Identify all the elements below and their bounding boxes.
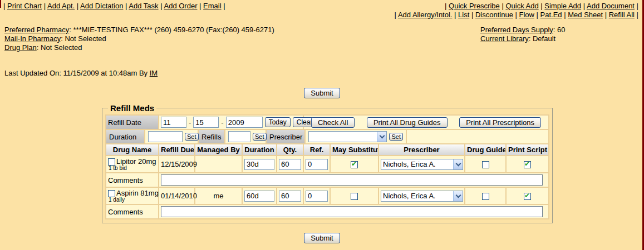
preferred-pharmacy-value: ***MIE-TESTING FAX*** (260) 459-6270 (Fa… [71, 26, 274, 34]
nav-list[interactable]: List [458, 11, 469, 19]
duration-cell [242, 187, 277, 204]
nav-pat-ed[interactable]: Pat.Ed [540, 11, 562, 19]
nav-add-allergy[interactable]: Add Allergy/Intol. [398, 11, 453, 19]
nav-discontinue[interactable]: Discontinue [475, 11, 513, 19]
drug-guide-cell [465, 187, 506, 204]
prescriber-value: Nichols, Erica A. [381, 192, 453, 200]
refill-year-input[interactable] [226, 117, 263, 128]
bulk-duration-set-button[interactable]: Set [185, 133, 199, 141]
comments-input-cell [159, 204, 549, 219]
bulk-duration-label: Duration [106, 130, 145, 143]
drug-plan-link[interactable]: Drug Plan [4, 43, 37, 52]
nav-add-dictation[interactable]: Add Dictation [80, 2, 123, 10]
comments-input-cell [159, 173, 549, 187]
prescriber-select[interactable]: Nichols, Erica A. [381, 191, 463, 202]
window-edge-top-left [0, 0, 1, 8]
library-line: Current Library: Default [480, 34, 565, 43]
print-script-cell [506, 187, 549, 204]
print-script-checkbox[interactable] [524, 193, 531, 200]
col-managed-by: Managed By [195, 144, 242, 156]
prescriber-value: Nichols, Erica A. [381, 160, 453, 168]
submit-button-top[interactable]: Submit [304, 88, 340, 98]
ref-cell [303, 156, 330, 173]
med-actions-nav-line1: Quick Prescribe Quick Add Simple Add Add… [395, 2, 638, 11]
top-navigation: Print Chart Add Apt. Add Dictation Add T… [0, 0, 644, 19]
qty-cell [277, 187, 303, 204]
comments-row: Comments [106, 173, 549, 187]
may-substitute-checkbox[interactable] [351, 193, 358, 200]
nav-add-document[interactable]: Add Document [587, 2, 635, 10]
comments-input[interactable] [161, 174, 543, 186]
last-updated-user-link[interactable]: IM [150, 69, 158, 77]
comments-label-cell: Comments [106, 173, 159, 187]
ref-input[interactable] [306, 191, 328, 202]
library-value: Default [530, 34, 555, 43]
col-may-substitute: May Substitute [330, 144, 378, 156]
drug-guide-checkbox[interactable] [482, 161, 489, 168]
ref-input[interactable] [306, 159, 328, 170]
nav-add-task[interactable]: Add Task [129, 2, 158, 10]
library-link[interactable]: Current Library [480, 34, 529, 43]
prescriber-cell: Nichols, Erica A. [378, 187, 465, 204]
qty-input[interactable] [279, 159, 301, 170]
med-select-checkbox[interactable] [108, 158, 115, 166]
nav-add-order[interactable]: Add Order [164, 2, 198, 10]
days-supply-link[interactable]: Preferred Days Supply [480, 26, 553, 34]
nav-quick-add[interactable]: Quick Add [505, 2, 538, 10]
med-actions-nav: Quick Prescribe Quick Add Simple Add Add… [395, 2, 638, 19]
refill-day-input[interactable] [193, 117, 219, 128]
mailin-pharmacy-value: Not Selected [63, 34, 106, 43]
drug-guide-checkbox[interactable] [482, 193, 489, 200]
drug-name: Aspirin 81mg [116, 189, 159, 197]
print-all-drug-guides-button[interactable]: Print All Drug Guides [367, 117, 448, 128]
table-header-row: Drug Name Refill Due Managed By Duration… [106, 144, 549, 156]
med-row: Aspirin 81mg 1 daily 01/14/2010 me Nicho… [106, 187, 549, 204]
bulk-duration-input[interactable] [148, 131, 183, 142]
check-all-button[interactable]: Check All [311, 117, 355, 128]
bulk-refills-set-button[interactable]: Set [253, 133, 267, 141]
bulk-prescriber-label: Prescriber [267, 130, 306, 143]
refill-due-cell: 01/14/2010 [159, 187, 195, 204]
nav-flow[interactable]: Flow [519, 11, 534, 19]
refill-meds-panel: Refill Meds Refill Date Today Clear [102, 103, 553, 223]
date-separator [221, 118, 223, 127]
col-qty: Qty. [277, 144, 303, 156]
submit-button-bottom[interactable]: Submit [304, 233, 340, 243]
nav-refill-all[interactable]: Refill All [609, 11, 635, 19]
bulk-prescriber-select[interactable] [308, 131, 387, 142]
bulk-prescriber-set-button[interactable]: Set [389, 133, 403, 141]
prescriber-select[interactable]: Nichols, Erica A. [381, 159, 463, 170]
drug-name-cell: Lipitor 20mg 1 tb bid [106, 156, 159, 173]
submit-row-bottom: Submit [0, 233, 644, 243]
refill-date-label: Refill Date [106, 115, 159, 129]
duration-input[interactable] [244, 191, 274, 202]
col-duration: Duration [242, 144, 277, 156]
prescriber-cell: Nichols, Erica A. [378, 156, 465, 173]
comments-input[interactable] [161, 206, 543, 217]
nav-med-sheet[interactable]: Med Sheet [568, 11, 603, 19]
bulk-refills-input[interactable] [228, 131, 250, 142]
nav-add-apt[interactable]: Add Apt. [47, 2, 75, 10]
nav-email[interactable]: Email [203, 2, 222, 10]
col-prescriber: Prescriber [378, 144, 465, 156]
duration-input[interactable] [244, 159, 274, 170]
days-supply-line: Preferred Days Supply: 60 [480, 26, 565, 34]
nav-print-chart[interactable]: Print Chart [7, 2, 42, 10]
col-print-script: Print Script [506, 144, 549, 156]
drug-plan-line: Drug Plan: Not Selected [4, 43, 644, 52]
drug-sig: 1 tb bid [108, 166, 156, 171]
refill-meds-legend: Refill Meds [108, 103, 156, 113]
print-all-prescriptions-button[interactable]: Print All Prescriptions [459, 117, 541, 128]
refill-month-input[interactable] [161, 117, 186, 128]
print-script-checkbox[interactable] [524, 161, 531, 168]
duration-cell [242, 156, 277, 173]
qty-input[interactable] [279, 191, 301, 202]
preferred-pharmacy-link[interactable]: Preferred Pharmacy [4, 26, 69, 34]
nav-quick-prescribe[interactable]: Quick Prescribe [449, 2, 500, 10]
med-select-checkbox[interactable] [108, 190, 115, 197]
mailin-pharmacy-link[interactable]: Mail-In Pharmacy [4, 34, 61, 43]
nav-simple-add[interactable]: Simple Add [544, 2, 581, 10]
may-substitute-checkbox[interactable] [351, 161, 358, 168]
refill-date-cell: Today Clear [159, 115, 303, 129]
today-button[interactable]: Today [265, 117, 291, 127]
